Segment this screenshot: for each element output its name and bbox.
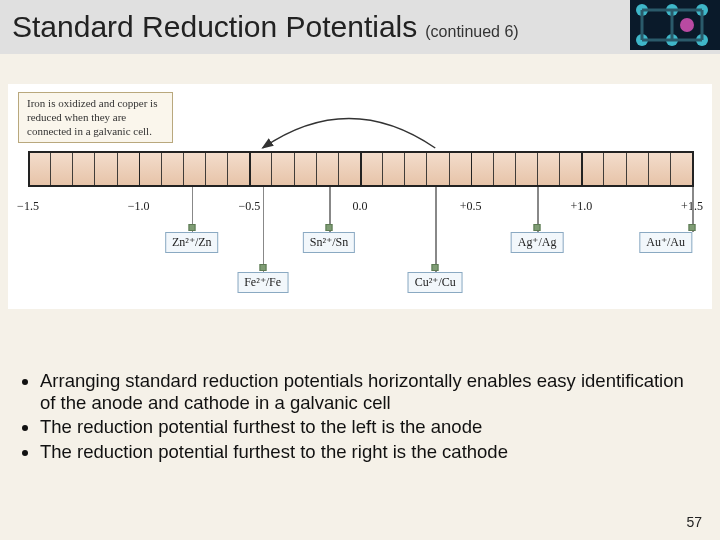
redox-couple-label: Ag⁺/Ag xyxy=(511,232,564,253)
marker-nub xyxy=(259,264,266,271)
redox-couple-label: Fe²⁺/Fe xyxy=(237,272,288,293)
redox-couple-label: Cu²⁺/Cu xyxy=(408,272,463,293)
marker-nub xyxy=(534,224,541,231)
marker-nub xyxy=(689,224,696,231)
crystal-lattice-image xyxy=(630,0,720,50)
marker-line xyxy=(435,187,437,272)
reduction-potential-figure: Iron is oxidized and copper is reduced w… xyxy=(8,84,712,309)
redox-couple-label: Sn²⁺/Sn xyxy=(303,232,355,253)
bullet-item: The reduction potential furthest to the … xyxy=(40,416,698,438)
bullet-item: Arranging standard reduction potentials … xyxy=(40,370,698,414)
marker-nub xyxy=(326,224,333,231)
marker-nub xyxy=(188,224,195,231)
bullet-list: Arranging standard reduction potentials … xyxy=(22,370,698,465)
page-subtitle: (continued 6) xyxy=(425,23,518,41)
page-title: Standard Reduction Potentials xyxy=(12,10,417,44)
redox-couple-label: Au⁺/Au xyxy=(639,232,692,253)
page-number: 57 xyxy=(686,514,702,530)
galvanic-arrow xyxy=(28,84,692,309)
redox-couple-label: Zn²⁺/Zn xyxy=(165,232,219,253)
svg-point-7 xyxy=(680,18,694,32)
title-bar: Standard Reduction Potentials (continued… xyxy=(0,0,720,54)
bullet-item: The reduction potential furthest to the … xyxy=(40,441,698,463)
marker-nub xyxy=(432,264,439,271)
marker-line xyxy=(263,187,265,272)
